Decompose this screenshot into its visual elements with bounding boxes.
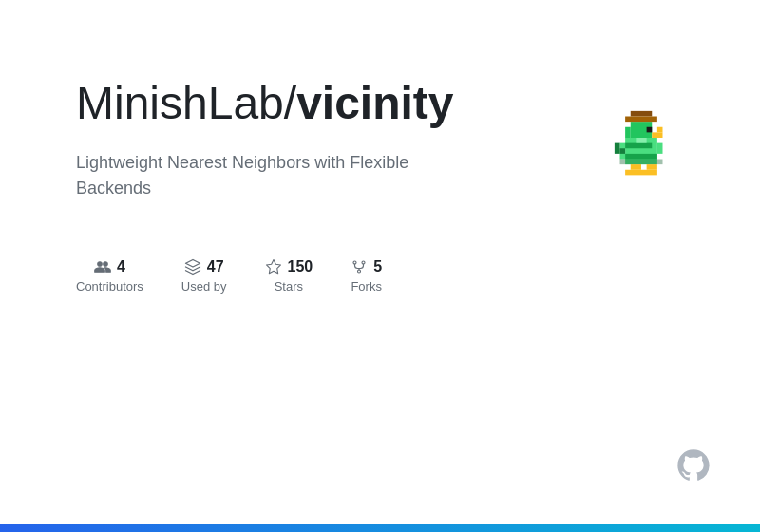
stat-forks[interactable]: 5 Forks [351, 258, 382, 294]
svg-rect-9 [657, 127, 663, 133]
svg-rect-16 [620, 160, 663, 165]
stat-used-by[interactable]: 47 Used by [181, 258, 227, 294]
bottom-bar [0, 524, 760, 532]
package-svg [184, 258, 201, 276]
contributors-label: Contributors [76, 279, 143, 294]
svg-rect-5 [657, 143, 663, 154]
svg-rect-15 [641, 170, 657, 176]
people-icon [94, 258, 111, 276]
repo-title: MinishLab/vicinity [76, 76, 598, 131]
stat-contributors[interactable]: 4 Contributors [76, 258, 143, 294]
stars-label: Stars [275, 279, 303, 294]
forks-label: Forks [351, 279, 382, 294]
svg-rect-20 [625, 154, 657, 160]
star-svg [265, 258, 282, 276]
main-content: MinishLab/vicinity Lightweight Nearest N… [0, 0, 760, 532]
repo-description: Lightweight Nearest Neighbors with Flexi… [76, 150, 475, 201]
svg-rect-13 [647, 164, 657, 170]
star-icon [265, 258, 282, 276]
stat-contributors-top: 4 [94, 258, 125, 276]
contributors-number: 4 [117, 258, 125, 276]
stat-stars[interactable]: 150 Stars [265, 258, 314, 294]
fork-icon [351, 258, 368, 276]
svg-rect-8 [652, 132, 662, 138]
stars-number: 150 [288, 258, 314, 276]
github-icon-button[interactable] [674, 446, 712, 484]
left-section: MinishLab/vicinity Lightweight Nearest N… [76, 76, 598, 294]
svg-rect-14 [625, 170, 641, 176]
used-by-label: Used by [181, 279, 227, 294]
github-svg [674, 446, 712, 484]
right-section [598, 76, 684, 180]
stat-stars-top: 150 [265, 258, 314, 276]
used-by-number: 47 [207, 258, 224, 276]
package-icon [184, 258, 201, 276]
duck-image [598, 95, 684, 180]
fork-svg [351, 258, 368, 276]
svg-rect-17 [631, 111, 653, 117]
people-svg [94, 258, 111, 276]
svg-rect-21 [620, 148, 626, 154]
stat-used-by-top: 47 [184, 258, 224, 276]
svg-rect-18 [625, 117, 657, 123]
repo-name: vicinity [296, 78, 453, 128]
page-container: MinishLab/vicinity Lightweight Nearest N… [0, 0, 760, 532]
stat-forks-top: 5 [351, 258, 382, 276]
svg-rect-22 [615, 143, 620, 154]
svg-rect-19 [636, 138, 646, 143]
svg-rect-11 [625, 143, 652, 149]
svg-rect-7 [625, 127, 631, 138]
forks-number: 5 [373, 258, 382, 276]
repo-owner: MinishLab/ [76, 78, 296, 128]
stats-row: 4 Contributors 47 Used by [76, 258, 598, 294]
svg-rect-12 [631, 164, 641, 170]
svg-rect-10 [647, 127, 653, 133]
